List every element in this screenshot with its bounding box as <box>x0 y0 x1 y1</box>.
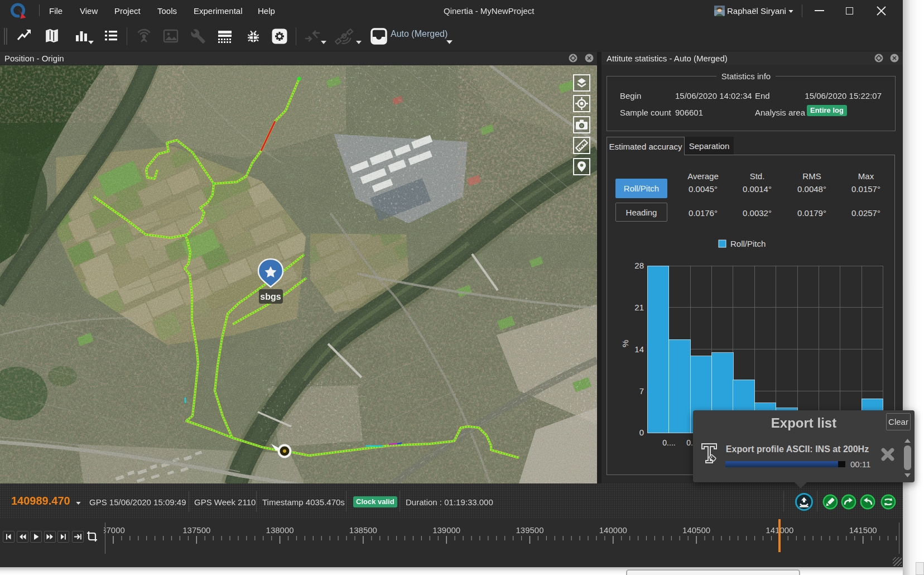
svg-text:7: 7 <box>639 386 644 396</box>
svg-text:Roll/Pitch: Roll/Pitch <box>730 239 766 248</box>
svg-text:138000: 138000 <box>266 525 294 535</box>
svg-text:139000: 139000 <box>432 525 460 535</box>
svg-text:141500: 141500 <box>849 525 877 535</box>
svg-text:21: 21 <box>634 303 644 312</box>
svg-text:139500: 139500 <box>516 525 543 535</box>
svg-text:140500: 140500 <box>682 525 710 535</box>
svg-text:sbgs: sbgs <box>260 292 281 301</box>
svg-text:14: 14 <box>634 344 644 354</box>
svg-text:138500: 138500 <box>349 525 377 535</box>
svg-text:0....: 0.... <box>662 438 675 447</box>
svg-text:140000: 140000 <box>599 525 627 535</box>
svg-text:137500: 137500 <box>182 525 210 535</box>
svg-text:28: 28 <box>634 261 644 270</box>
svg-text:%: % <box>620 340 630 347</box>
svg-text:0: 0 <box>639 428 644 437</box>
svg-text:37000: 37000 <box>104 525 125 535</box>
svg-text:0.: 0. <box>686 438 693 447</box>
